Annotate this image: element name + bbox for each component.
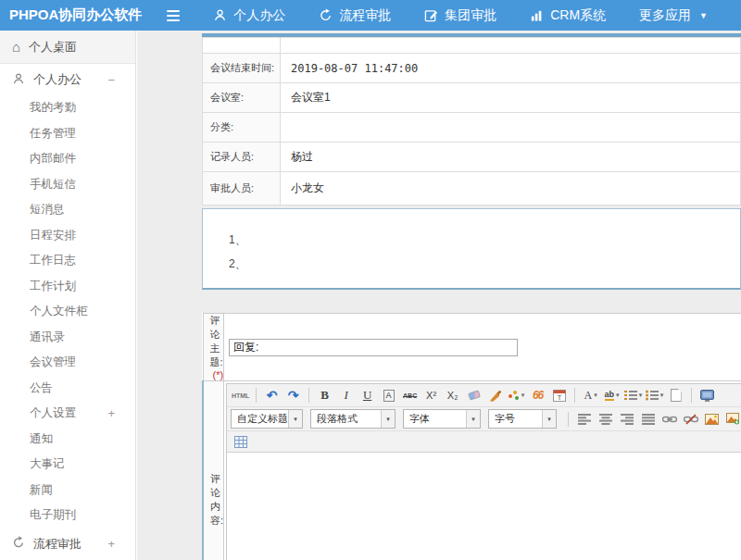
svg-text:T: T: [557, 393, 561, 402]
new-page-button[interactable]: [666, 387, 685, 404]
align-justify-button[interactable]: [638, 410, 658, 428]
insert-date-button[interactable]: T: [549, 387, 569, 404]
align-left-button[interactable]: [574, 410, 594, 428]
app-title: PHPOA协同办公软件: [0, 6, 154, 24]
remove-link-button[interactable]: [681, 410, 700, 428]
insert-table-button[interactable]: [231, 433, 250, 451]
fullscreen-button[interactable]: [697, 387, 717, 404]
nav-personal-office[interactable]: 个人办公: [213, 7, 285, 24]
align-right-button[interactable]: [617, 410, 636, 428]
strikethrough-button[interactable]: ABC: [400, 387, 420, 404]
meeting-info-table: 会议结束时间: 2019-08-07 11:47:00 会议室: 会议室1 分类…: [202, 37, 741, 205]
sidebar-item-attendance[interactable]: 我的考勤: [0, 95, 135, 121]
calendar-icon: T: [553, 389, 566, 402]
brush-icon: [489, 390, 502, 402]
underline-button[interactable]: U: [358, 387, 377, 404]
redo-button[interactable]: ↷: [283, 387, 303, 404]
editor-toolbar-row1: HTML ↶ ↷ B I U A ABC X² X₂: [227, 384, 741, 407]
table-row-category: 分类:: [203, 113, 741, 143]
sidebar-item-schedule[interactable]: 日程安排: [0, 223, 135, 249]
heading-select[interactable]: 自定义标题▾: [231, 409, 303, 429]
editor-content[interactable]: [227, 453, 741, 560]
sidebar: ⌂ 个人桌面 个人办公 − 我的考勤 任务管理 内部邮件 手机短信 短消息 日程…: [0, 31, 136, 560]
undo-button[interactable]: ↶: [262, 387, 282, 404]
subscript-button[interactable]: X₂: [443, 387, 462, 404]
sidebar-item-desktop[interactable]: ⌂ 个人桌面: [0, 31, 135, 64]
nav-crm-system[interactable]: CRM系统: [530, 7, 606, 24]
nav-more-apps[interactable]: 更多应用 ▼: [639, 7, 708, 24]
format-painter-button[interactable]: [485, 387, 505, 404]
insert-link-button[interactable]: [659, 410, 679, 428]
person-icon: [213, 8, 227, 22]
sidebar-item-sms[interactable]: 手机短信: [0, 172, 135, 198]
top-nav-items: 个人办公 流程审批 集团审批 CRM系统 更多应用 ▼: [213, 7, 741, 24]
sidebar-item-personal-settings[interactable]: 个人设置+: [0, 401, 135, 427]
home-icon: ⌂: [12, 40, 20, 54]
table-row-meeting-room: 会议室: 会议室1: [203, 83, 741, 113]
font-size-select[interactable]: 字号▾: [488, 409, 557, 429]
sidebar-item-file-cabinet[interactable]: 个人文件柜: [0, 299, 135, 325]
sidebar-item-announcement[interactable]: 公告: [0, 376, 135, 402]
superscript-button[interactable]: X²: [421, 387, 441, 404]
sidebar-item-short-message[interactable]: 短消息: [0, 197, 135, 223]
main-content: 会议结束时间: 2019-08-07 11:47:00 会议室: 会议室1 分类…: [137, 31, 741, 560]
expand-icon[interactable]: +: [107, 406, 135, 420]
page-icon: [671, 389, 682, 402]
sidebar-item-notice[interactable]: 通知: [0, 427, 135, 453]
sidebar-group-process-approval[interactable]: 流程审批 +: [0, 529, 135, 560]
sidebar-item-milestones[interactable]: 大事记: [0, 452, 135, 478]
chevron-down-icon: ▾: [466, 410, 480, 428]
edit-icon: [424, 8, 438, 22]
font-name-button[interactable]: A: [383, 390, 395, 402]
insert-image-button[interactable]: [702, 410, 722, 428]
highlight-color-button[interactable]: ab▾: [602, 387, 622, 404]
unordered-list-icon: [646, 390, 659, 401]
align-center-button[interactable]: [596, 410, 615, 428]
collapse-icon[interactable]: −: [107, 73, 123, 87]
sidebar-item-internal-mail[interactable]: 内部邮件: [0, 146, 135, 172]
bold-button[interactable]: B: [315, 387, 334, 404]
eraser-icon: [468, 390, 481, 400]
italic-button[interactable]: I: [336, 387, 356, 404]
table-icon: [234, 436, 247, 448]
comment-subject-row: 评论主题:(*): [203, 314, 741, 381]
menu-icon[interactable]: [167, 8, 184, 23]
sidebar-item-contacts[interactable]: 通讯录: [0, 325, 135, 351]
chevron-down-icon: ▾: [288, 410, 302, 428]
align-left-icon: [578, 414, 591, 425]
remove-format-button[interactable]: [464, 387, 484, 404]
sidebar-item-news[interactable]: 新闻: [0, 478, 135, 504]
sidebar-item-meetings[interactable]: 会议管理: [0, 350, 135, 376]
table-row-recorder: 记录人员: 杨过: [203, 143, 741, 172]
bar-chart-icon: [530, 8, 544, 22]
rich-text-editor: HTML ↶ ↷ B I U A ABC X² X₂: [226, 383, 741, 560]
expand-icon[interactable]: +: [107, 537, 123, 551]
nav-process-approval[interactable]: 流程审批: [319, 7, 391, 24]
comment-subject-input[interactable]: [229, 339, 518, 356]
blockquote-button[interactable]: 66: [528, 387, 547, 404]
meeting-minutes-box: 1、 2、: [202, 208, 741, 290]
sidebar-item-work-log[interactable]: 工作日志: [0, 248, 135, 274]
emoticon-button[interactable]: ▾: [507, 387, 526, 404]
meeting-room-value: 会议室1: [281, 83, 741, 113]
upload-image-button[interactable]: [723, 410, 741, 428]
sidebar-item-tasks[interactable]: 任务管理: [0, 121, 135, 147]
font-color-button[interactable]: A▾: [581, 387, 600, 404]
monitor-icon: [700, 390, 714, 402]
paragraph-format-select[interactable]: 段落格式▾: [310, 409, 396, 429]
chevron-down-icon: ▼: [699, 11, 708, 20]
nav-group-approval[interactable]: 集团审批: [424, 7, 496, 24]
font-family-select[interactable]: 字体▾: [403, 409, 481, 429]
sidebar-item-work-plan[interactable]: 工作计划: [0, 274, 135, 300]
process-icon: [319, 8, 333, 22]
html-source-button[interactable]: HTML: [231, 387, 250, 404]
ordered-list-button[interactable]: ▾: [623, 387, 643, 404]
color-dots-icon: [509, 390, 520, 401]
top-nav-bar: PHPOA协同办公软件 个人办公 流程审批 集团审批 CRM系统: [0, 0, 741, 31]
unordered-list-button[interactable]: ▾: [645, 387, 664, 404]
align-justify-icon: [642, 414, 655, 425]
table-row-end-time: 会议结束时间: 2019-08-07 11:47:00: [203, 54, 741, 83]
sidebar-item-e-journal[interactable]: 电子期刊: [0, 503, 135, 529]
sidebar-group-personal-office[interactable]: 个人办公 −: [0, 64, 135, 95]
comment-content-label: 评论内容:: [203, 381, 224, 560]
